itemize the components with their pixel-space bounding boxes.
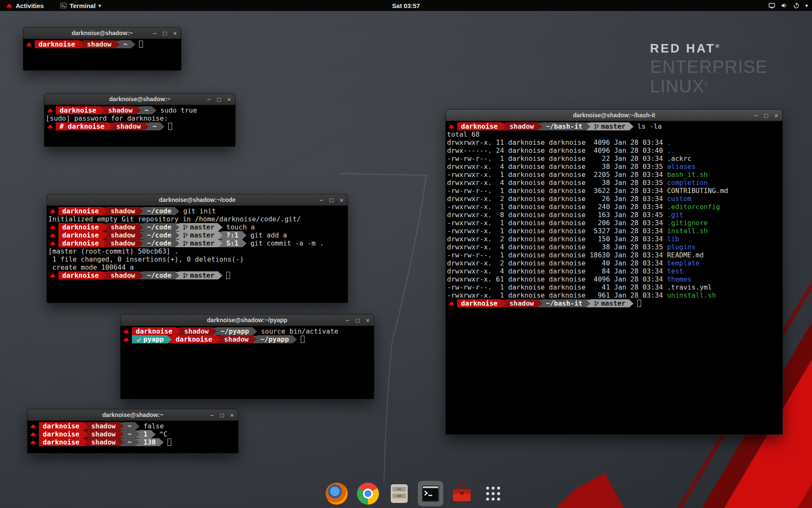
close-button[interactable]: × [173,30,177,37]
activities-label: Activities [16,2,44,9]
redhat-icon [30,424,36,429]
powerline-separator [83,431,88,438]
maximize-button[interactable]: □ [163,30,167,37]
powerline-separator [120,422,124,430]
prompt-segment-path: ~ [124,422,136,430]
terminal-line: darknoiseshadow~130 [29,438,238,446]
clock[interactable]: Sat 03:57 [392,2,420,9]
dock-app-grid-icon[interactable] [480,481,506,506]
dock-firefox-icon[interactable] [324,481,349,506]
dock-toolbox-icon[interactable] [449,481,475,506]
terminal-content[interactable]: darknoiseshadow~/bash-itmasterls -latota… [446,121,782,307]
command-text: source bin/activate [261,327,338,335]
display-icon [768,2,775,9]
minimize-button[interactable]: − [210,411,214,419]
dock-chrome-icon[interactable] [355,481,381,506]
terminal-text: drwxrwxr-x. 4 darknoise darknoise 84 Jan… [447,267,667,275]
dock-files-icon[interactable] [387,481,412,506]
terminal-window-home-2[interactable]: darknoise@shadow:~ − □ × darknoiseshadow… [27,409,239,453]
redhat-icon [49,225,56,230]
terminal-line: -rwxrwxr-x. 1 darknoise darknoise 961 Ja… [447,291,782,299]
dock-terminal-icon[interactable] [418,481,443,506]
close-button[interactable]: × [774,112,778,119]
terminal-line: darknoiseshadow~sudo true [46,106,235,114]
window-titlebar[interactable]: darknoise@shadow:~ − □ × [23,28,181,39]
terminal-line: drwxrwxr-x. 4 darknoise darknoise 38 Jan… [447,243,782,251]
terminal-window-bashit[interactable]: darknoise@shadow:~/bash-it − □ × darknoi… [445,109,783,435]
maximize-button[interactable]: □ [764,112,768,119]
powerline-separator [253,328,257,335]
minimize-button[interactable]: − [207,96,211,103]
app-menu[interactable]: Terminal ▾ [58,0,104,11]
terminal-window-home-1[interactable]: darknoise@shadow:~ − □ × darknoiseshadow… [23,27,181,71]
terminal-text: create mode 100644 a [48,263,134,271]
terminal-window-sudo[interactable]: darknoise@shadow:~ − □ × darknoiseshadow… [44,93,236,147]
terminal-content[interactable]: darknoiseshadow~ [23,39,181,48]
system-tray[interactable]: ▾ [768,2,808,9]
terminal-content[interactable]: darknoiseshadow~/pyappsource bin/activat… [121,326,374,343]
prompt-segment-git: master [179,271,218,279]
window-titlebar[interactable]: darknoise@shadow:~/code − □ × [47,194,348,206]
prompt-segment-git: master [179,231,218,239]
activities-button[interactable]: Activities [3,0,47,11]
terminal-text: test [667,267,683,275]
prompt-segment-user: darknoise [39,422,83,430]
brand-line1: RED HAT [650,41,716,55]
powerline-separator [135,439,140,446]
prompt-segment-user: darknoise [58,231,103,239]
command-text: ^C [159,430,167,438]
window-titlebar[interactable]: darknoise@shadow:~/pyapp − □ × [121,315,374,326]
redhat-icon [47,108,53,113]
minimize-button[interactable]: − [153,30,156,37]
maximize-button[interactable]: □ [220,411,224,419]
close-button[interactable]: × [366,317,370,324]
maximize-button[interactable]: □ [217,96,221,103]
window-title: darknoise@shadow:~/bash-it [573,112,656,119]
terminal-content[interactable]: darknoiseshadow~sudo true[sudo] password… [44,105,235,130]
maximize-button[interactable]: □ [356,317,359,324]
powerline-separator [135,422,140,430]
terminal-line: [sudo] password for darknoise: [46,114,235,122]
terminal-cursor [139,41,143,48]
prompt-segment-host: shadow [107,239,139,247]
close-button[interactable]: × [230,411,234,419]
powerline-separator [103,207,107,215]
powerline-separator [152,107,156,114]
powerline-separator [586,300,590,307]
prompt-segment-host: shadow [220,335,252,343]
terminal-line: create mode 100644 a [48,263,348,271]
prompt-segment-path: ~ [120,40,132,48]
terminal-content[interactable]: darknoiseshadow~/codegit initInitialized… [47,206,348,279]
terminal-text: lib [667,235,679,243]
prompt-segment-path: ~/code [143,223,176,231]
redhat-icon [49,273,56,278]
terminal-window-pyapp[interactable]: darknoise@shadow:~/pyapp − □ × darknoise… [120,314,374,399]
window-title: darknoise@shadow:~ [71,30,133,36]
prompt-segment-git: master [590,122,629,130]
minimize-button[interactable]: − [754,112,758,119]
top-bar: Activities Terminal ▾ Sat 03:57 ▾ [0,0,812,11]
minimize-button[interactable]: − [346,317,349,324]
terminal-text: -rw-rw-r--. 1 darknoise darknoise 22 Jan… [447,155,691,163]
close-button[interactable]: × [340,196,343,204]
powerline-separator [213,328,217,335]
minimize-button[interactable]: − [319,196,323,204]
powerline-separator [175,224,179,231]
branch-icon [183,240,188,246]
window-titlebar[interactable]: darknoise@shadow:~ − □ × [27,409,238,421]
window-titlebar[interactable]: darknoise@shadow:~/bash-it − □ × [446,110,782,121]
window-titlebar[interactable]: darknoise@shadow:~ − □ × [44,94,235,105]
prompt-segment-host: shadow [104,106,137,114]
powerline-separator [502,123,506,130]
terminal-text: install.sh [667,227,708,235]
registered-mark: ® [716,43,721,49]
terminal-text: -rw-rw-r--. 1 darknoise darknoise 18630 … [447,251,704,259]
maximize-button[interactable]: □ [329,196,333,204]
terminal-line: darknoiseshadow~/codemastertouch a [48,223,348,231]
powerline-separator [218,224,222,231]
close-button[interactable]: × [227,96,231,103]
powerline-separator [79,41,83,48]
terminal-content[interactable]: darknoiseshadow~falsedarknoiseshadow~1^C… [27,421,238,446]
powerline-separator [103,272,107,279]
terminal-window-code[interactable]: darknoise@shadow:~/code − □ × darknoises… [47,194,348,303]
